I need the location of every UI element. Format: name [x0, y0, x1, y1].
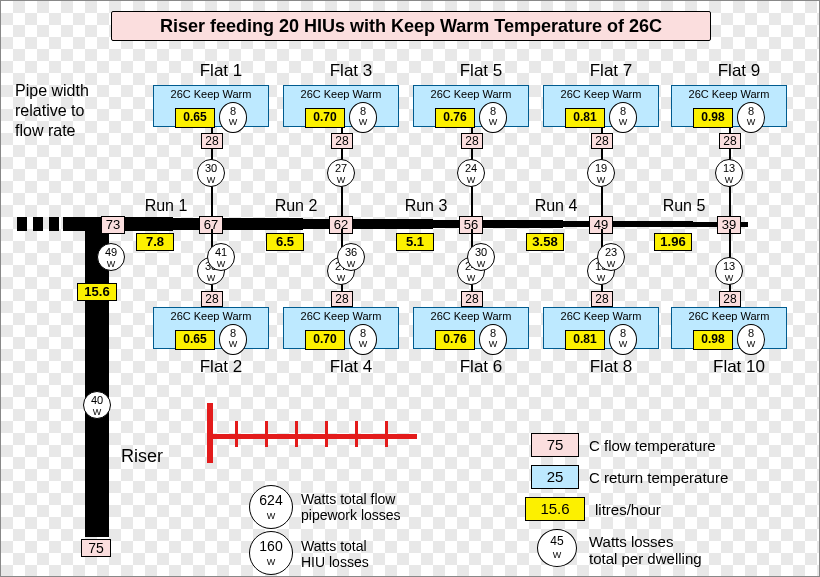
- hiu-box: 26C Keep Warm0.708W: [283, 307, 399, 349]
- riser-flow-temp: 75: [81, 539, 111, 557]
- hiu-watts: 8W: [609, 324, 637, 355]
- hiu-box: 26C Keep Warm0.818W: [543, 307, 659, 349]
- flat-label: Flat 1: [171, 61, 271, 81]
- hiu-watts: 8W: [219, 324, 247, 355]
- branch-return-temp: 28: [201, 291, 223, 307]
- hiu-watts: 8W: [479, 324, 507, 355]
- branch-return-temp: 28: [461, 291, 483, 307]
- hiu-box: 26C Keep Warm0.658W: [153, 307, 269, 349]
- run-label: Run 3: [391, 197, 461, 215]
- legend-lph-label: litres/hour: [595, 501, 661, 518]
- branch-watts: 24W: [457, 159, 485, 187]
- total-flow-losses-value: 624: [259, 492, 282, 508]
- flat-label: Flat 6: [431, 357, 531, 377]
- hiu-keep-warm: 26C Keep Warm: [284, 310, 398, 322]
- flat-label: Flat 5: [431, 61, 531, 81]
- run-label: Run 2: [261, 197, 331, 215]
- main-bus-seg: [433, 220, 563, 228]
- legend-flow-label: C flow temperature: [589, 437, 716, 454]
- legend-return-chip: 25: [531, 465, 579, 489]
- hiu-keep-warm: 26C Keep Warm: [414, 88, 528, 100]
- legend-watts-label: Watts losses total per dwelling: [589, 533, 702, 567]
- run-watts: 23W: [597, 243, 625, 271]
- flat-label: Flat 2: [171, 357, 271, 377]
- hiu-keep-warm: 26C Keep Warm: [672, 310, 786, 322]
- pipe-dash: [17, 217, 27, 231]
- hiu-watts: 8W: [737, 324, 765, 355]
- branch-watts: 13W: [715, 159, 743, 187]
- total-flow-losses-label: Watts total flow pipework losses: [301, 491, 401, 523]
- branch-watts: 13W: [715, 257, 743, 285]
- legend-watts-value: 45: [550, 534, 563, 548]
- hiu-watts: 8W: [609, 102, 637, 133]
- hiu-lph: 0.76: [435, 108, 475, 128]
- total-flow-losses: 624W: [249, 485, 293, 529]
- run-label: Run 4: [521, 197, 591, 215]
- red-glyph-tick: [265, 421, 268, 447]
- hiu-watts: 8W: [479, 102, 507, 133]
- hiu-lph: 0.70: [305, 330, 345, 350]
- red-glyph-vert: [207, 403, 213, 463]
- legend-watts-chip: 45W: [537, 529, 577, 567]
- hiu-keep-warm: 26C Keep Warm: [544, 88, 658, 100]
- branch-return-temp: 28: [591, 133, 613, 149]
- hiu-lph: 0.98: [693, 108, 733, 128]
- branch-return-temp: 28: [591, 291, 613, 307]
- run-lph: 5.1: [396, 233, 434, 251]
- hiu-keep-warm: 26C Keep Warm: [544, 310, 658, 322]
- hiu-body: 0.658W: [154, 324, 268, 355]
- hiu-watts: 8W: [219, 102, 247, 133]
- run-watts: 36W: [337, 243, 365, 271]
- main-bus-seg: [173, 218, 303, 230]
- hiu-watts: 8W: [349, 324, 377, 355]
- hiu-keep-warm: 26C Keep Warm: [672, 88, 786, 100]
- hiu-lph: 0.65: [175, 108, 215, 128]
- red-glyph-tick: [325, 421, 328, 447]
- branch-watts: 19W: [587, 159, 615, 187]
- pipe-dash: [33, 217, 43, 231]
- branch-return-temp: 28: [331, 291, 353, 307]
- watts-unit: W: [267, 511, 276, 521]
- page-title: Riser feeding 20 HIUs with Keep Warm Tem…: [111, 11, 711, 41]
- flat-label: Flat 3: [301, 61, 401, 81]
- riser-watts-value: 40: [91, 394, 103, 406]
- branch-return-temp: 28: [201, 133, 223, 149]
- hiu-lph: 0.70: [305, 108, 345, 128]
- branch-watts: 30W: [197, 159, 225, 187]
- legend-flow-chip: 75: [531, 433, 579, 457]
- hiu-body: 0.818W: [544, 324, 658, 355]
- run-lph: 1.96: [654, 233, 692, 251]
- red-glyph-tick: [385, 421, 388, 447]
- hiu-box: 26C Keep Warm0.658W: [153, 85, 269, 127]
- run-label: Run 5: [649, 197, 719, 215]
- flat-label: Flat 9: [689, 61, 789, 81]
- run-lph: 3.58: [526, 233, 564, 251]
- flat-label: Flat 7: [561, 61, 661, 81]
- run-watts: 49W: [97, 243, 125, 271]
- branch-return-temp: 28: [719, 291, 741, 307]
- total-hiu-losses-value: 160: [259, 538, 282, 554]
- hiu-box: 26C Keep Warm0.768W: [413, 307, 529, 349]
- hiu-keep-warm: 26C Keep Warm: [154, 88, 268, 100]
- pipe-width-note: Pipe width relative to flow rate: [15, 81, 125, 141]
- riser-lph: 15.6: [77, 283, 117, 301]
- branch-return-temp: 28: [719, 133, 741, 149]
- watts-unit: W: [93, 407, 102, 417]
- hiu-keep-warm: 26C Keep Warm: [154, 310, 268, 322]
- total-hiu-losses: 160W: [249, 531, 293, 575]
- red-glyph-tick: [235, 421, 238, 447]
- branch-return-temp: 28: [461, 133, 483, 149]
- main-bus-seg: [303, 219, 433, 229]
- run-lph: 7.8: [136, 233, 174, 251]
- hiu-box: 26C Keep Warm0.768W: [413, 85, 529, 127]
- run-watts: 30W: [467, 243, 495, 271]
- hiu-body: 0.708W: [284, 324, 398, 355]
- hiu-keep-warm: 26C Keep Warm: [414, 310, 528, 322]
- hiu-box: 26C Keep Warm0.988W: [671, 85, 787, 127]
- main-bus-seg: [563, 221, 693, 227]
- hiu-lph: 0.81: [565, 108, 605, 128]
- flat-label: Flat 8: [561, 357, 661, 377]
- run-lph: 6.5: [266, 233, 304, 251]
- riser-watts: 40W: [83, 391, 111, 419]
- hiu-keep-warm: 26C Keep Warm: [284, 88, 398, 100]
